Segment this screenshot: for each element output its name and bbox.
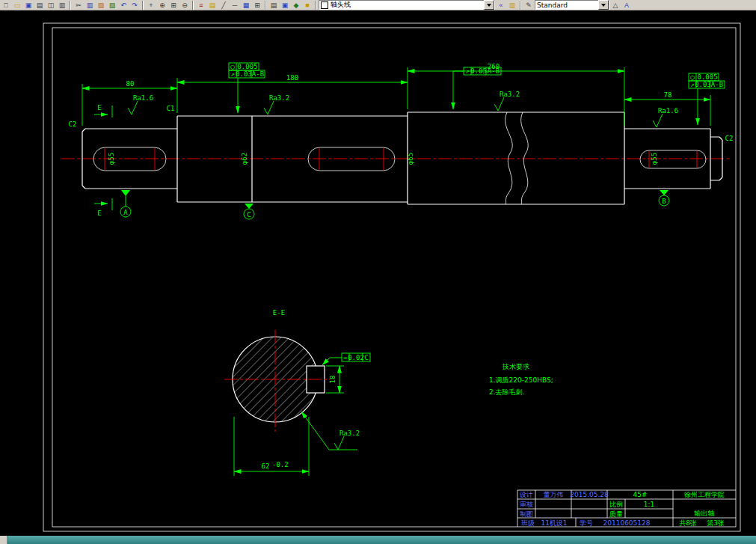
- table-icon[interactable]: ⊞: [252, 1, 262, 10]
- lineweight-icon[interactable]: ─: [230, 1, 240, 10]
- layer-color-swatch: [321, 1, 328, 9]
- technical-requirements: 技术要求 1.调质220-250HBS; 2.去除毛刺.: [489, 363, 553, 396]
- cut-icon[interactable]: ✂: [73, 1, 84, 10]
- chevron-down-icon[interactable]: [598, 0, 609, 10]
- plot-icon[interactable]: ▤: [34, 1, 45, 10]
- tf1b-value: 0.03: [236, 70, 252, 78]
- title-class-label: 班级: [521, 519, 535, 527]
- zoom-realtime-icon[interactable]: ⊕: [157, 1, 168, 10]
- break-line: [521, 112, 529, 204]
- chevron-down-icon[interactable]: [484, 0, 494, 10]
- tf1b-datum: A-B: [252, 70, 264, 78]
- tech-req-title: 技术要求: [502, 363, 529, 370]
- title-designer: 董万伟: [544, 491, 564, 498]
- diameter-label-3: φ65: [407, 153, 414, 165]
- title-mass-label: 质量: [609, 510, 623, 518]
- title-sheets-total: 共8张: [679, 519, 697, 527]
- title-date: 2015.05.28: [570, 491, 609, 498]
- dim-78: 78: [664, 91, 672, 99]
- taskbar-left-block: [0, 536, 7, 544]
- tf3b-datum: A-B: [711, 81, 723, 88]
- tf3b-value: 0.03: [695, 81, 711, 88]
- toolbar: □ ▭ ▣ ▤ ◫ ▥ ✂ ▥ ▨ ▧ ↶ ↷ + ⊕ ⊞ ⊖ ≡ ▤ ╱ ─ …: [0, 0, 756, 10]
- toolbar-separator: [70, 1, 71, 10]
- tf3a-symbol: ○: [690, 73, 695, 81]
- roughness-1: Ra1.6: [133, 94, 153, 102]
- zoom-window-icon[interactable]: ⊞: [168, 1, 179, 10]
- layers-icon[interactable]: ≡: [196, 1, 206, 10]
- roughness-5: Ra3.2: [339, 430, 360, 437]
- zoom-previous-icon[interactable]: ⊖: [179, 1, 190, 10]
- shaft-front-view: φ55 φ62 φ65 φ55 C2 C1 C2: [61, 105, 733, 204]
- surface-roughness: Ra1.6 Ra3.2 Ra3.2 Ra1.6: [128, 91, 678, 127]
- publish-icon[interactable]: ▥: [57, 1, 67, 10]
- linetype-icon[interactable]: ╱: [218, 1, 229, 10]
- drawing-canvas[interactable]: φ55 φ62 φ65 φ55 C2 C1 C2 80 180 260 78 ○…: [0, 10, 756, 536]
- tool-palettes-icon[interactable]: ▤: [268, 1, 279, 10]
- datum-c: C: [247, 211, 251, 218]
- break-line: [505, 112, 513, 204]
- tf3a-value: 0.005: [697, 73, 717, 81]
- redo-icon[interactable]: ↷: [129, 1, 140, 10]
- tf4-datum: C: [364, 354, 368, 361]
- keyway-middle: [308, 147, 395, 171]
- layer-states-icon[interactable]: ▥: [507, 1, 517, 10]
- open-icon[interactable]: ▭: [12, 1, 22, 10]
- layer-combo-value: 轴头线: [331, 0, 484, 10]
- title-design-label: 设计: [520, 491, 533, 498]
- undo-icon[interactable]: ↶: [118, 1, 129, 10]
- title-draw-label: 制图: [520, 510, 533, 518]
- match-properties-icon[interactable]: ▧: [107, 1, 117, 10]
- dim-18: 18: [329, 376, 336, 384]
- tf1a-value: 0.005: [237, 63, 257, 70]
- tf2-datum: A-B: [488, 67, 500, 75]
- chamfer-label-left: C2: [69, 120, 77, 128]
- copy-icon[interactable]: ▥: [84, 1, 95, 10]
- pan-icon[interactable]: +: [146, 1, 156, 10]
- layer-properties-icon[interactable]: ▤: [207, 1, 218, 10]
- preview-icon[interactable]: ◫: [46, 1, 56, 10]
- tf1a-symbol: ○: [230, 63, 235, 70]
- taskbar[interactable]: [0, 536, 756, 544]
- title-check-label: 审核: [520, 501, 533, 508]
- toolbar-separator: [520, 1, 521, 10]
- layer-combo[interactable]: 轴头线: [319, 0, 495, 10]
- toolbar-separator: [192, 1, 194, 10]
- datum-b: B: [662, 198, 666, 205]
- dim-style-icon[interactable]: △: [610, 1, 621, 10]
- new-icon[interactable]: □: [1, 1, 11, 10]
- tf2-value: 0.05: [470, 67, 487, 75]
- text-style-icon[interactable]: A: [621, 1, 632, 10]
- tf1b-symbol: ↗: [230, 70, 234, 78]
- title-sheet-number: 第3张: [707, 519, 725, 527]
- tech-req-line-2: 2.去除毛刺.: [489, 388, 524, 396]
- title-school: 徐州工程学院: [684, 491, 725, 498]
- save-icon[interactable]: ▣: [23, 1, 34, 10]
- color-control-icon[interactable]: ■: [302, 1, 313, 10]
- properties-icon[interactable]: ▦: [241, 1, 251, 10]
- title-scale-label: 比例: [609, 501, 623, 508]
- paste-icon[interactable]: ▨: [96, 1, 106, 10]
- chamfer-label-right: C2: [725, 135, 734, 142]
- style-combo[interactable]: Standard: [535, 0, 609, 10]
- layer-previous-icon[interactable]: «: [496, 1, 506, 10]
- markup-icon[interactable]: ▣: [280, 1, 290, 10]
- block-icon[interactable]: ◆: [291, 1, 301, 10]
- dim-180: 180: [286, 74, 298, 82]
- toolbar-separator: [315, 1, 316, 10]
- section-marker-top: E: [97, 104, 101, 111]
- toolbar-separator: [142, 1, 144, 10]
- chamfer-label-mid: C1: [167, 105, 175, 112]
- toolbar-separator: [265, 1, 266, 10]
- section-view-ee: E-E 62 -0.2 18 = 0.02 C Ra3.2: [224, 309, 370, 476]
- title-scale-value: 1:1: [644, 501, 654, 508]
- datum-a: A: [123, 209, 128, 216]
- tf2-symbol: ↗: [465, 67, 469, 75]
- style-combo-value: Standard: [537, 1, 598, 9]
- dim-62: 62: [262, 462, 270, 470]
- roughness-4: Ra1.6: [658, 107, 678, 114]
- pencil-icon[interactable]: ✎: [523, 1, 534, 10]
- title-class-value: 11机设1: [541, 519, 567, 527]
- dim-62-tolerance: -0.2: [272, 461, 289, 468]
- keyway-center-marks: [105, 148, 697, 170]
